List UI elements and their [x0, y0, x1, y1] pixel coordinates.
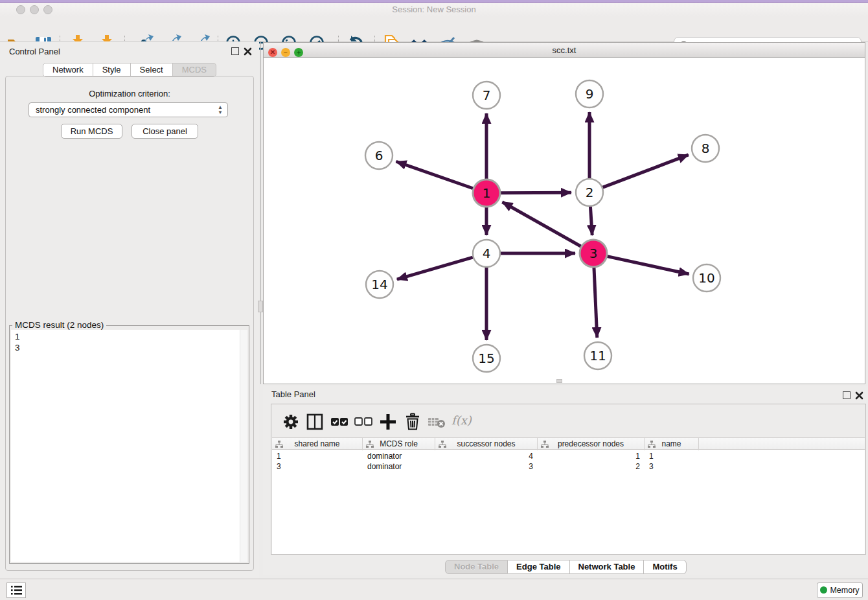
svg-text:3: 3 — [589, 246, 598, 261]
float-panel-icon[interactable] — [231, 47, 239, 55]
delete-table-icon[interactable] — [427, 412, 446, 432]
node-11[interactable]: 11 — [584, 342, 611, 369]
status-bar: Memory — [0, 579, 868, 600]
edge-1-2[interactable] — [501, 192, 571, 193]
edge-3-1[interactable] — [502, 202, 580, 246]
svg-text:2: 2 — [586, 185, 594, 200]
table-cell[interactable]: 3 — [645, 461, 699, 472]
splitter-handle[interactable] — [258, 301, 263, 312]
node-2[interactable]: 2 — [576, 179, 603, 206]
table-header-row[interactable]: shared nameMCDS rolesuccessor nodesprede… — [272, 437, 865, 450]
mcds-result-title: MCDS result (2 nodes) — [12, 320, 106, 330]
optimization-criterion-label: Optimization criterion: — [0, 89, 259, 98]
network-resize-grip[interactable] — [556, 379, 562, 383]
optimization-criterion-select[interactable]: strongly connected component ▲▼ — [29, 102, 228, 117]
node-8[interactable]: 8 — [692, 135, 719, 162]
mcds-result-values: 1 3 — [15, 331, 20, 353]
edge-3-10[interactable] — [607, 257, 689, 274]
control-panel-tabs: NetworkStyleSelectMCDS — [43, 63, 216, 77]
node-9[interactable]: 9 — [576, 80, 603, 108]
column-header-predecessor-nodes[interactable]: predecessor nodes — [538, 438, 645, 450]
table-panel-title: Table Panel — [271, 389, 315, 399]
column-header-successor-nodes[interactable]: successor nodes — [435, 438, 538, 450]
tab-motifs[interactable]: Motifs — [644, 560, 686, 574]
window-accent-strip — [0, 0, 868, 3]
node-6[interactable]: 6 — [365, 142, 393, 169]
table-cell[interactable]: 1 — [645, 451, 699, 461]
control-panel-title: Control Panel — [9, 47, 60, 56]
node-10[interactable]: 10 — [693, 264, 720, 292]
result-scrollbar[interactable] — [240, 330, 247, 562]
network-window-titlebar[interactable]: ✕−＋ scc.txt — [264, 43, 865, 58]
network-view-window: ✕−＋ scc.txt 1234678910111415 — [263, 42, 865, 384]
svg-text:15: 15 — [478, 351, 494, 366]
dropdown-selected-value: strongly connected component — [36, 105, 150, 115]
run-mcds-button[interactable]: Run MCDS — [61, 124, 122, 139]
column-header-MCDS-role[interactable]: MCDS role — [363, 438, 435, 450]
node-7[interactable]: 7 — [473, 82, 500, 109]
node-table[interactable]: shared nameMCDS rolesuccessor nodesprede… — [272, 437, 865, 554]
table-cell[interactable]: 1 — [272, 451, 363, 461]
application-window: Session: New Session Control Panel — [0, 0, 868, 600]
node-1[interactable]: 1 — [473, 179, 500, 207]
tab-select[interactable]: Select — [131, 63, 173, 77]
tab-edge-table[interactable]: Edge Table — [508, 560, 569, 574]
close-panel-button[interactable]: Close panel — [131, 124, 198, 139]
svg-text:14: 14 — [371, 277, 387, 292]
gear-icon[interactable] — [281, 412, 301, 432]
table-panel-tabs: Node TableEdge TableNetwork TableMotifs — [445, 560, 687, 574]
network-window-title: scc.txt — [264, 45, 865, 55]
mcds-result-textarea[interactable]: 1 3 — [11, 330, 247, 562]
close-panel-icon[interactable] — [244, 47, 252, 56]
svg-text:4: 4 — [483, 246, 491, 261]
table-cell[interactable]: 3 — [435, 461, 538, 472]
table-cell[interactable]: dominator — [363, 451, 435, 461]
select-all-icon[interactable] — [330, 412, 349, 432]
node-15[interactable]: 15 — [473, 345, 500, 372]
deselect-all-icon[interactable] — [354, 412, 373, 432]
svg-text:1: 1 — [483, 185, 491, 201]
edge-layer — [396, 112, 689, 340]
delete-column-icon[interactable] — [403, 412, 422, 432]
memory-label: Memory — [830, 586, 859, 595]
memory-button[interactable]: Memory — [817, 583, 863, 598]
function-builder-icon[interactable]: f(x) — [451, 413, 472, 427]
edge-2-8[interactable] — [603, 155, 689, 187]
main-toolbar — [0, 16, 868, 41]
table-cell[interactable]: 3 — [272, 461, 363, 472]
tab-network-table[interactable]: Network Table — [570, 560, 645, 574]
memory-status-icon — [820, 586, 827, 594]
table-cell[interactable]: dominator — [363, 461, 435, 472]
table-cell[interactable]: 1 — [538, 451, 645, 461]
table-cell[interactable]: 2 — [538, 461, 645, 472]
edge-2-3[interactable] — [590, 207, 592, 235]
network-graph-canvas[interactable]: 1234678910111415 — [264, 58, 865, 384]
control-panel: Control Panel NetworkStyleSelectMCDS Opt… — [0, 41, 259, 579]
mcds-result-groupbox: MCDS result (2 nodes) 1 3 — [9, 325, 249, 564]
column-header-name[interactable]: name — [645, 438, 699, 450]
node-3[interactable]: 3 — [580, 240, 607, 267]
table-cell[interactable]: 4 — [435, 451, 538, 461]
table-panel: Table Panel f(x) shared nameMCDS rolesuc… — [263, 386, 868, 575]
task-history-button[interactable] — [6, 583, 26, 598]
tab-node-table[interactable]: Node Table — [445, 560, 508, 574]
tab-mcds[interactable]: MCDS — [173, 63, 216, 77]
vertical-splitter[interactable] — [260, 41, 261, 384]
float-table-panel-icon[interactable] — [843, 391, 851, 399]
title-bar: Session: New Session — [0, 0, 868, 16]
edge-4-14[interactable] — [397, 257, 473, 279]
edge-3-11[interactable] — [594, 268, 597, 338]
svg-text:10: 10 — [698, 270, 714, 286]
add-column-icon[interactable] — [378, 412, 398, 432]
close-table-panel-icon[interactable] — [855, 391, 863, 400]
split-columns-icon[interactable] — [305, 412, 325, 432]
tab-network[interactable]: Network — [43, 63, 93, 77]
edge-1-6[interactable] — [396, 161, 473, 189]
session-title: Session: New Session — [0, 5, 868, 14]
column-header-shared-name[interactable]: shared name — [272, 438, 363, 450]
node-4[interactable]: 4 — [473, 240, 500, 267]
tab-style[interactable]: Style — [93, 63, 131, 77]
list-icon — [7, 583, 25, 597]
dropdown-stepper-icon: ▲▼ — [218, 105, 223, 115]
node-14[interactable]: 14 — [366, 271, 393, 298]
